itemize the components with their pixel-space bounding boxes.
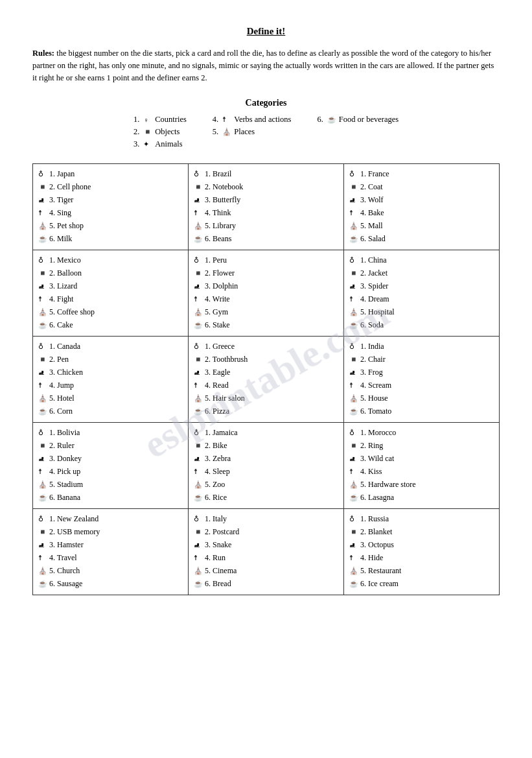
item-text: 6. Milk — [49, 233, 72, 244]
item-text: 1. France — [360, 168, 389, 180]
list-item: ⛪5. House — [349, 392, 494, 404]
item-icon: ⛸ — [194, 367, 203, 378]
item-text: 4. Fight — [49, 293, 73, 305]
cat-label-5: Places — [234, 127, 255, 137]
list-item: ⛸3. Tiger — [38, 194, 183, 206]
list-item: ⛪5. Coffee shop — [38, 306, 183, 318]
item-text: 6. Bread — [205, 578, 231, 589]
item-icon: ♁ — [194, 427, 203, 438]
list-item: ☨4. Think — [194, 207, 338, 219]
item-text: 6. Rice — [205, 492, 227, 503]
item-text: 2. Bike — [205, 440, 227, 451]
list-item: ⛪5. Mall — [349, 220, 494, 231]
item-icon: ⛸ — [349, 453, 358, 464]
item-icon: ◾ — [38, 527, 47, 538]
item-icon: ☕ — [38, 406, 47, 417]
item-icon: ☨ — [194, 466, 203, 477]
list-item: ☨4. Hide — [349, 552, 494, 563]
item-icon: ⛸ — [349, 539, 358, 551]
list-item: ☕6. Salad — [349, 233, 494, 244]
item-text: 1. China — [360, 254, 387, 266]
list-item: ☨4. Write — [194, 293, 338, 305]
item-text: 5. Church — [49, 565, 80, 576]
item-icon: ☨ — [194, 207, 203, 219]
item-text: 4. Travel — [49, 552, 77, 563]
item-icon: ⛸ — [38, 281, 47, 292]
list-item: ◾2. Ruler — [38, 440, 183, 451]
list-item: ◾2. Ring — [349, 440, 494, 451]
item-icon: ♁ — [38, 169, 47, 180]
item-icon: ⛪ — [38, 393, 47, 404]
table-cell: ♁1. Mexico◾2. Balloon⛸3. Lizard☨4. Fight… — [33, 250, 189, 337]
item-text: 5. Restaurant — [360, 565, 401, 576]
item-icon: ☕ — [349, 578, 358, 589]
item-text: 3. Octopus — [360, 539, 394, 551]
item-text: 1. Brazil — [205, 168, 231, 180]
table-row: ♁1. Mexico◾2. Balloon⛸3. Lizard☨4. Fight… — [33, 250, 500, 337]
item-icon: ☕ — [349, 406, 358, 417]
list-item: ♁1. Brazil — [194, 168, 338, 180]
list-item: ⛪5. Restaurant — [349, 565, 494, 576]
item-text: 3. Zebra — [205, 453, 231, 464]
list-item: ⛸3. Octopus — [349, 539, 494, 551]
category-item-3: 3. ✦ Animals — [133, 139, 187, 149]
list-item: ☨4. Kiss — [349, 466, 494, 477]
list-item: ◾2. Blanket — [349, 526, 494, 538]
food-icon: ☕ — [327, 115, 336, 124]
item-icon: ☨ — [194, 380, 203, 391]
item-icon: ♁ — [194, 169, 203, 180]
item-text: 2. Coat — [360, 181, 383, 193]
list-item: ◾2. Postcard — [194, 526, 338, 538]
item-icon: ☕ — [38, 233, 47, 244]
list-item: ⛸3. Lizard — [38, 280, 183, 292]
item-icon: ◾ — [194, 182, 203, 193]
item-text: 3. Chicken — [49, 366, 83, 378]
table-cell: ♁1. Russia◾2. Blanket⛸3. Octopus☨4. Hide… — [344, 509, 500, 595]
list-item: ☨4. Scream — [349, 379, 494, 391]
item-icon: ☕ — [349, 233, 358, 244]
item-icon: ⛸ — [349, 281, 358, 292]
item-text: 2. Balloon — [49, 267, 82, 279]
item-text: 3. Eagle — [205, 366, 230, 378]
table-row: ♁1. Bolivia◾2. Ruler⛸3. Donkey☨4. Pick u… — [33, 423, 500, 509]
table-cell: ♁1. Jamaica◾2. Bike⛸3. Zebra☨4. Sleep⛪5.… — [189, 423, 344, 509]
list-item: ◾2. Pen — [38, 353, 183, 365]
item-icon: ♁ — [38, 255, 47, 266]
list-item: ⛪5. Library — [194, 220, 338, 231]
list-item: ☨4. Sing — [38, 207, 183, 219]
item-text: 2. Pen — [49, 353, 69, 365]
item-text: 2. Ring — [360, 440, 383, 451]
item-icon: ♁ — [194, 255, 203, 266]
item-text: 6. Sausage — [49, 578, 82, 589]
item-text: 1. New Zealand — [49, 513, 98, 525]
item-text: 4. Pick up — [49, 466, 80, 477]
table-row: ♁1. Japan◾2. Cell phone⛸3. Tiger☨4. Sing… — [33, 164, 500, 250]
item-text: 4. Kiss — [360, 466, 382, 477]
item-text: 1. Canada — [49, 340, 80, 352]
item-text: 2. Notebook — [205, 181, 243, 193]
item-text: 4. Sleep — [205, 466, 230, 477]
item-icon: ⛸ — [38, 453, 47, 464]
item-icon: ♁ — [349, 169, 358, 180]
list-item: ⛸3. Chicken — [38, 366, 183, 378]
table-cell: ♁1. New Zealand◾2. USB memory⛸3. Hamster… — [33, 509, 189, 595]
item-icon: ⛸ — [38, 539, 47, 551]
item-icon: ☨ — [38, 466, 47, 477]
item-icon: ⛸ — [349, 195, 358, 206]
item-text: 6. Corn — [49, 405, 73, 417]
categories-col-1: 1. ♀ Countries 2. ◾ Objects 3. ✦ Animals — [133, 115, 187, 152]
table-row: ♁1. New Zealand◾2. USB memory⛸3. Hamster… — [33, 509, 500, 595]
main-table: ♁1. Japan◾2. Cell phone⛸3. Tiger☨4. Sing… — [32, 163, 500, 595]
list-item: ◾2. Toothbrush — [194, 353, 338, 365]
item-text: 6. Beans — [205, 233, 231, 244]
item-icon: ☕ — [349, 492, 358, 503]
item-text: 5. Coffee shop — [49, 306, 95, 318]
table-cell: ♁1. Canada◾2. Pen⛸3. Chicken☨4. Jump⛪5. … — [33, 337, 189, 423]
categories-col-3: 6. ☕ Food or beverages — [317, 115, 399, 152]
item-text: 5. Hotel — [49, 392, 75, 404]
list-item: ☨4. Read — [194, 379, 338, 391]
list-item: ☕6. Tomato — [349, 405, 494, 417]
country-icon: ♀ — [143, 116, 152, 124]
item-icon: ⛪ — [349, 565, 358, 576]
item-icon: ⛸ — [194, 281, 203, 292]
